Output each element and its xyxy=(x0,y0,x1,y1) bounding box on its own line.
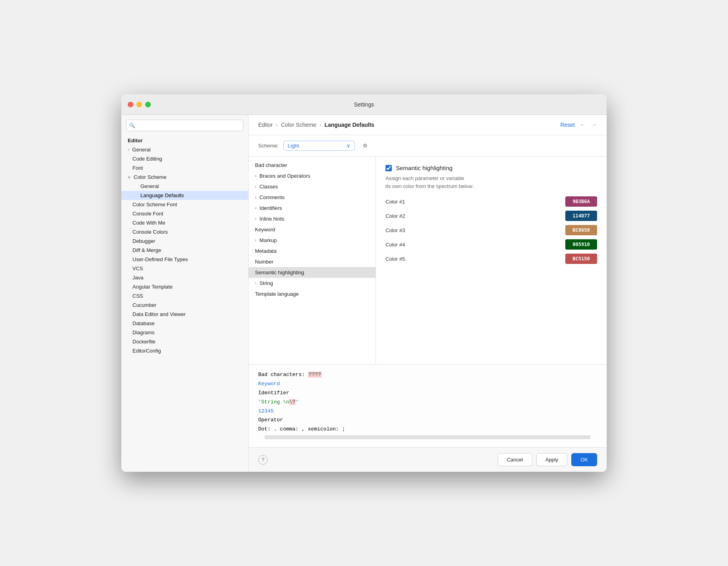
search-input[interactable] xyxy=(126,120,243,131)
sidebar-item-diff-merge[interactable]: Diff & Merge xyxy=(121,246,248,255)
sidebar-item-angular-template[interactable]: Angular Template xyxy=(121,282,248,291)
maximize-button[interactable] xyxy=(145,102,151,107)
list-item-braces-operators[interactable]: › Braces and Operators xyxy=(249,171,376,181)
preview-line-bad-chars: Bad characters: ???? xyxy=(258,371,597,379)
list-item-metadata[interactable]: Metadata xyxy=(249,246,376,256)
footer: ? Cancel Apply OK xyxy=(249,447,607,472)
preview-area: Bad characters: ???? Keyword Identifier … xyxy=(249,364,607,447)
chevron-icon: › xyxy=(255,195,256,200)
list-item-inline-hints[interactable]: › Inline hints xyxy=(249,213,376,224)
sidebar-item-label: Diff & Merge xyxy=(132,247,161,253)
content-area: Editor › Color Scheme › Language Default… xyxy=(249,115,607,472)
sidebar-item-data-editor-viewer[interactable]: Data Editor and Viewer xyxy=(121,310,248,319)
sidebar-item-dockerfile[interactable]: Dockerfile xyxy=(121,337,248,346)
semantic-highlighting-checkbox[interactable] xyxy=(385,165,392,171)
sidebar-item-database[interactable]: Database xyxy=(121,319,248,328)
sidebar-item-vcs[interactable]: VCS xyxy=(121,264,248,273)
preview-line-operator: Operator xyxy=(258,416,597,424)
sidebar-item-code-with-me[interactable]: Code With Me xyxy=(121,218,248,227)
list-item-template-language[interactable]: Template language xyxy=(249,289,376,299)
split-panel: Bad character › Braces and Operators › C… xyxy=(249,157,607,364)
list-item-label: Inline hints xyxy=(259,216,284,222)
color-label-3: Color #3 xyxy=(385,227,417,233)
list-item-classes[interactable]: › Classes xyxy=(249,181,376,192)
preview-line-identifier: Identifier xyxy=(258,389,597,397)
sidebar-item-general[interactable]: › General xyxy=(121,145,248,154)
semantic-description: Assign each parameter or variable its ow… xyxy=(385,174,597,190)
sidebar-item-label: User-Defined File Types xyxy=(132,256,188,262)
traffic-lights xyxy=(128,102,151,107)
back-button[interactable]: ← xyxy=(580,121,586,128)
sidebar-item-label: Color Scheme xyxy=(134,174,166,180)
list-item-number[interactable]: Number xyxy=(249,256,376,267)
list-item-keyword[interactable]: Keyword xyxy=(249,224,376,235)
chevron-icon: › xyxy=(128,147,129,152)
sidebar-item-editorconfig[interactable]: EditorConfig xyxy=(121,346,248,355)
color-swatch-4[interactable]: 005910 xyxy=(565,239,597,250)
list-item-label: Metadata xyxy=(255,248,276,254)
sidebar-item-label: Console Font xyxy=(132,211,163,217)
titlebar: Settings xyxy=(121,94,607,115)
preview-bad-chars-label: Bad characters: xyxy=(258,372,308,378)
gear-icon[interactable]: ⚙ xyxy=(363,143,368,149)
color-swatch-3[interactable]: BC8650 xyxy=(565,225,597,235)
sidebar-item-label: Cucumber xyxy=(132,302,156,308)
sidebar-section-editor[interactable]: Editor xyxy=(121,136,248,145)
preview-string-escape: \? xyxy=(289,399,296,405)
sidebar-item-cs-general[interactable]: General xyxy=(121,182,248,191)
color-swatch-5[interactable]: BC5150 xyxy=(565,254,597,264)
color-row-2: Color #2 114D77 xyxy=(385,211,597,221)
color-swatch-2[interactable]: 114D77 xyxy=(565,211,597,221)
list-item-markup[interactable]: › Markup xyxy=(249,235,376,246)
sidebar-item-diagrams[interactable]: Diagrams xyxy=(121,328,248,337)
right-panel: Semantic highlighting Assign each parame… xyxy=(376,157,607,364)
forward-button[interactable]: → xyxy=(591,121,597,128)
sidebar-item-code-editing[interactable]: Code Editing xyxy=(121,154,248,163)
sidebar-item-label: VCS xyxy=(132,266,143,271)
sidebar-item-cucumber[interactable]: Cucumber xyxy=(121,300,248,310)
list-item-identifiers[interactable]: › Identifiers xyxy=(249,203,376,213)
sidebar-item-console-font[interactable]: Console Font xyxy=(121,209,248,218)
breadcrumb-color-scheme: Color Scheme xyxy=(281,122,316,128)
sidebar-item-font[interactable]: Font xyxy=(121,163,248,173)
color-label-5: Color #5 xyxy=(385,256,417,262)
sidebar-item-language-defaults[interactable]: Language Defaults xyxy=(121,191,248,200)
list-item-label: Classes xyxy=(259,184,278,190)
list-item-string[interactable]: › String xyxy=(249,278,376,289)
sidebar-item-label: Color Scheme Font xyxy=(132,202,177,207)
semantic-desc-line1: Assign each parameter or variable xyxy=(385,175,464,181)
list-item-label: Number xyxy=(255,259,273,265)
sidebar-item-label: Font xyxy=(132,165,143,171)
left-panel: Bad character › Braces and Operators › C… xyxy=(249,157,376,364)
ok-button[interactable]: OK xyxy=(571,453,597,466)
apply-button[interactable]: Apply xyxy=(536,453,568,466)
color-label-1: Color #1 xyxy=(385,199,417,205)
help-button[interactable]: ? xyxy=(258,455,268,465)
breadcrumb-editor: Editor xyxy=(258,122,273,128)
sidebar-item-debugger[interactable]: Debugger xyxy=(121,236,248,246)
close-button[interactable] xyxy=(128,102,133,107)
color-swatch-1[interactable]: 9B3B6A xyxy=(565,196,597,207)
sidebar-item-java[interactable]: Java xyxy=(121,273,248,282)
list-item-semantic-highlighting[interactable]: Semantic highlighting xyxy=(249,267,376,278)
header-actions: Reset ← → xyxy=(560,121,597,128)
list-item-label: Template language xyxy=(255,291,299,297)
sidebar-item-color-scheme[interactable]: ∨ Color Scheme xyxy=(121,173,248,182)
cancel-button[interactable]: Cancel xyxy=(498,453,532,466)
sidebar-item-css[interactable]: CSS xyxy=(121,291,248,300)
sidebar-item-user-defined-file-types[interactable]: User-Defined File Types xyxy=(121,255,248,264)
sidebar: 🔍 Editor › General Code Editing Font ∨ C… xyxy=(121,115,249,472)
chevron-icon: › xyxy=(255,238,256,242)
sidebar-item-label: General xyxy=(140,183,159,189)
sidebar-item-label: Diagrams xyxy=(132,330,155,335)
list-item-comments[interactable]: › Comments xyxy=(249,192,376,203)
minimize-button[interactable] xyxy=(136,102,142,107)
list-item-bad-character[interactable]: Bad character xyxy=(249,160,376,171)
sidebar-item-color-scheme-font[interactable]: Color Scheme Font xyxy=(121,200,248,209)
chevron-icon: › xyxy=(255,184,256,189)
reset-button[interactable]: Reset xyxy=(560,122,575,128)
scheme-dropdown[interactable]: Light ∨ xyxy=(283,141,355,151)
horizontal-scrollbar[interactable] xyxy=(265,435,591,439)
sidebar-item-console-colors[interactable]: Console Colors xyxy=(121,227,248,236)
preview-string-close: ' xyxy=(296,399,299,405)
